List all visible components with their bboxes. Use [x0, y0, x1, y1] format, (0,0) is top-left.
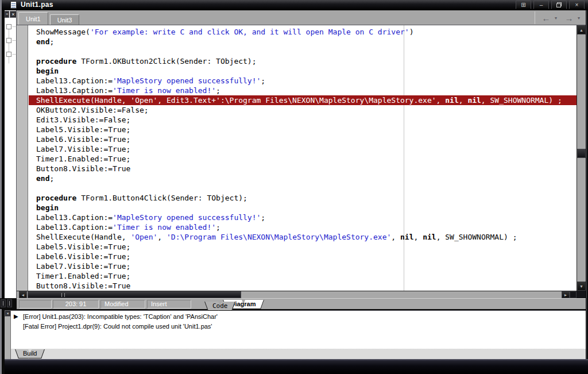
code-line[interactable]: Button8.Visible:=True — [29, 281, 577, 291]
editor-gutter — [17, 25, 28, 291]
code-line[interactable] — [29, 183, 577, 193]
scroll-up-icon: ▲ — [579, 28, 583, 32]
messages-close-button[interactable]: × — [5, 310, 11, 317]
close-icon: × — [575, 2, 579, 8]
code-line[interactable]: Label6.Visible:=True; — [29, 252, 577, 261]
scroll-down-button[interactable]: ▼ — [577, 282, 586, 291]
code-explorer-panel: ≡ × — [5, 10, 17, 298]
tree-connector — [9, 29, 9, 63]
title-bar[interactable]: Unit1.pas ⊞ – × — [0, 0, 588, 10]
tree-node[interactable] — [6, 38, 11, 43]
code-line[interactable]: OKButton2.Visible:=False; — [29, 105, 577, 115]
document-icon — [10, 1, 17, 9]
scroll-right-icon: ► — [564, 293, 568, 297]
code-line[interactable]: Label13.Caption:='Timer is now enabled!'… — [29, 86, 577, 95]
code-line-error-highlighted[interactable]: ShellExecute(Handle, 'Open', Edit3.Text+… — [29, 95, 577, 105]
restore-icon — [556, 2, 562, 7]
code-line[interactable]: ShellExecute(Handle, 'Open', 'D:\Program… — [29, 232, 577, 242]
code-line[interactable]: begin — [29, 203, 577, 213]
code-line[interactable]: Label13.Caption:='MapleStory opened succ… — [29, 213, 577, 222]
code-line[interactable]: Label13.Caption:='Timer is now enabled!'… — [29, 222, 577, 232]
status-cursor-position: 203: 91 — [53, 300, 99, 309]
compiler-messages-panel: ▶ [Error] Unit1.pas(203): Incompatible t… — [11, 310, 586, 349]
tab-build-label: Build — [23, 350, 37, 357]
code-line[interactable] — [29, 47, 577, 56]
current-error-marker-icon: ▶ — [14, 313, 18, 319]
messages-dock-grabber[interactable]: × — [4, 310, 11, 359]
code-line[interactable]: ShowMessage('For example: write C and cl… — [29, 27, 577, 37]
restore-button[interactable] — [551, 1, 567, 9]
vertical-scrollbar[interactable]: ▲ ▼ — [577, 25, 586, 291]
close-button[interactable]: × — [569, 1, 585, 9]
tab-code-label: Code — [212, 302, 228, 310]
browse-forward-dropdown-icon[interactable]: ▾ — [575, 16, 582, 21]
code-line[interactable]: end; — [29, 173, 577, 183]
scrollbar-corner — [570, 291, 577, 298]
window-title: Unit1.pas — [21, 1, 53, 9]
code-line[interactable]: Button8.Visible:=True — [29, 164, 577, 173]
vertical-scrollbar-thumb[interactable] — [577, 149, 586, 158]
tab-unit1[interactable]: Unit1 — [18, 12, 48, 25]
tree-node[interactable] — [6, 24, 11, 29]
minimize-icon: – — [540, 2, 543, 8]
scroll-right-button[interactable]: ► — [562, 291, 570, 298]
code-line[interactable]: end; — [29, 37, 577, 47]
statusbar-left-zone — [0, 298, 17, 309]
scroll-left-button[interactable]: ◄ — [19, 291, 27, 298]
minimize-button[interactable]: – — [533, 1, 549, 9]
code-pane[interactable]: ShowMessage('For example: write C and cl… — [17, 25, 577, 291]
code-line[interactable]: Label5.Visible:=True; — [29, 125, 577, 134]
code-line[interactable]: Label6.Visible:=True; — [29, 134, 577, 144]
code-line[interactable]: Label5.Visible:=True; — [29, 242, 577, 252]
editor-tab-bar: Unit1 Unit3 ← ▾ → ▾ — [17, 10, 586, 25]
window-menu-button[interactable]: ⊞ — [516, 1, 531, 9]
status-modified: Modified — [100, 300, 145, 309]
code-line[interactable]: Timer1.Enabled:=True; — [29, 271, 577, 281]
view-tabs: Code Diagram — [193, 300, 264, 309]
navigation-buttons: ← ▾ → ▾ — [535, 10, 586, 25]
code-line[interactable]: procedure TForm1.OKButton2Click(Sender: … — [29, 56, 577, 66]
explorer-close-button[interactable]: × — [10, 11, 17, 18]
dock-grip[interactable] — [1, 299, 6, 307]
code-lines[interactable]: ShowMessage('For example: write C and cl… — [29, 27, 577, 291]
status-insert-mode: Insert — [147, 300, 191, 309]
fatal-error-message[interactable]: [Fatal Error] Project1.dpr(9): Could not… — [23, 322, 583, 331]
browse-forward-button[interactable]: → — [563, 13, 575, 23]
scroll-down-icon: ▼ — [579, 284, 583, 288]
tab-build[interactable]: Build — [19, 349, 41, 358]
tab-unit1-label: Unit1 — [26, 16, 41, 22]
code-line[interactable]: begin — [29, 66, 577, 76]
delphi-code-editor-window: Unit1.pas ⊞ – × ≡ × Unit1 Unit3 ← ▾ → ▾ — [0, 0, 588, 374]
window-bottom-frame — [0, 359, 588, 374]
window-controls: ⊞ – × — [516, 1, 585, 9]
horizontal-scrollbar[interactable]: ◄ ► — [17, 291, 577, 298]
horizontal-scrollbar-thumb[interactable] — [28, 291, 241, 298]
error-message[interactable]: [Error] Unit1.pas(203): Incompatible typ… — [23, 312, 583, 321]
code-line[interactable]: Label13.Caption:='MapleStory opened succ… — [29, 76, 577, 86]
tab-unit3[interactable]: Unit3 — [50, 14, 80, 25]
scroll-up-button[interactable]: ▲ — [577, 25, 586, 34]
messages-tab-strip: Build — [11, 349, 586, 359]
code-line[interactable]: Timer1.Enabled:=True; — [29, 154, 577, 164]
window-menu-icon: ⊞ — [521, 2, 525, 8]
browse-back-button[interactable]: ← — [540, 13, 552, 23]
code-line[interactable]: Label7.Visible:=True; — [29, 261, 577, 271]
explorer-menu-icon[interactable]: ≡ — [5, 11, 9, 18]
code-line[interactable]: Label7.Visible:=True; — [29, 144, 577, 154]
code-line[interactable]: Edit3.Visible:=False; — [29, 115, 577, 125]
scroll-left-icon: ◄ — [21, 293, 25, 297]
status-bar: 203: 91 Modified Insert Code Diagram — [17, 298, 586, 309]
window-right-edge — [586, 10, 587, 359]
tab-code[interactable]: Code — [208, 302, 232, 311]
window-left-frame — [2, 10, 5, 374]
tab-unit3-label: Unit3 — [57, 17, 72, 24]
tree-node[interactable] — [6, 52, 11, 57]
window-left-edge — [0, 0, 2, 374]
status-panel-empty — [19, 300, 52, 309]
code-line[interactable]: procedure TForm1.Button4Click(Sender: TO… — [29, 193, 577, 203]
browse-back-dropdown-icon[interactable]: ▾ — [552, 16, 559, 21]
dock-grip[interactable] — [7, 299, 12, 307]
nav-separator — [535, 11, 535, 24]
scrollbar-corner-box — [577, 291, 586, 298]
scrollbar-grip — [61, 293, 65, 297]
